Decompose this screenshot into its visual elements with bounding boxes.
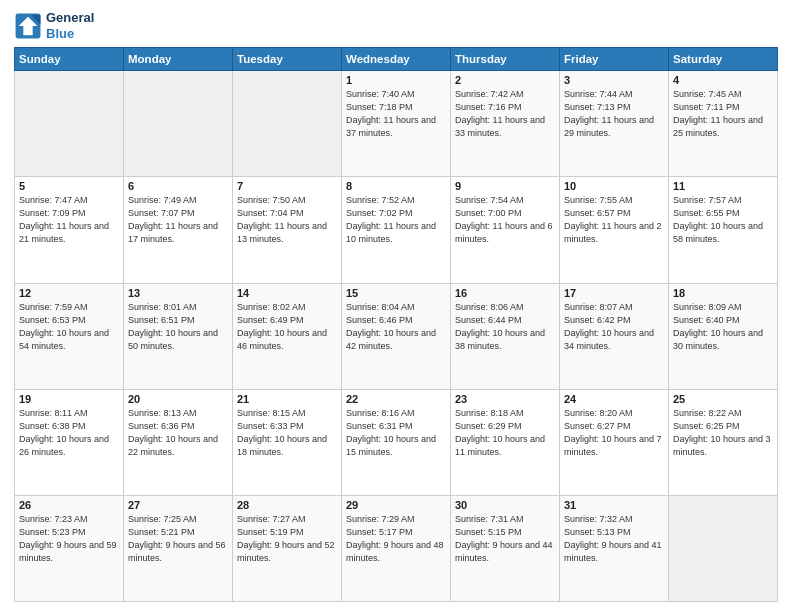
calendar-day-header: Monday	[124, 48, 233, 71]
calendar-day-header: Friday	[560, 48, 669, 71]
calendar-cell: 15Sunrise: 8:04 AM Sunset: 6:46 PM Dayli…	[342, 283, 451, 389]
calendar-cell: 21Sunrise: 8:15 AM Sunset: 6:33 PM Dayli…	[233, 389, 342, 495]
calendar-week-row: 19Sunrise: 8:11 AM Sunset: 6:38 PM Dayli…	[15, 389, 778, 495]
day-number: 3	[564, 74, 664, 86]
day-number: 21	[237, 393, 337, 405]
day-number: 11	[673, 180, 773, 192]
calendar-cell: 16Sunrise: 8:06 AM Sunset: 6:44 PM Dayli…	[451, 283, 560, 389]
calendar-week-row: 1Sunrise: 7:40 AM Sunset: 7:18 PM Daylig…	[15, 71, 778, 177]
calendar-cell	[669, 495, 778, 601]
day-info: Sunrise: 8:09 AM Sunset: 6:40 PM Dayligh…	[673, 301, 773, 353]
day-number: 20	[128, 393, 228, 405]
day-info: Sunrise: 8:07 AM Sunset: 6:42 PM Dayligh…	[564, 301, 664, 353]
logo: General Blue	[14, 10, 94, 41]
day-number: 9	[455, 180, 555, 192]
calendar-cell: 19Sunrise: 8:11 AM Sunset: 6:38 PM Dayli…	[15, 389, 124, 495]
day-number: 25	[673, 393, 773, 405]
calendar-cell: 2Sunrise: 7:42 AM Sunset: 7:16 PM Daylig…	[451, 71, 560, 177]
day-info: Sunrise: 7:32 AM Sunset: 5:13 PM Dayligh…	[564, 513, 664, 565]
day-number: 28	[237, 499, 337, 511]
calendar-week-row: 5Sunrise: 7:47 AM Sunset: 7:09 PM Daylig…	[15, 177, 778, 283]
calendar-cell: 31Sunrise: 7:32 AM Sunset: 5:13 PM Dayli…	[560, 495, 669, 601]
calendar-cell: 24Sunrise: 8:20 AM Sunset: 6:27 PM Dayli…	[560, 389, 669, 495]
header: General Blue	[14, 10, 778, 41]
calendar-cell: 9Sunrise: 7:54 AM Sunset: 7:00 PM Daylig…	[451, 177, 560, 283]
day-number: 30	[455, 499, 555, 511]
calendar-day-header: Tuesday	[233, 48, 342, 71]
day-info: Sunrise: 7:59 AM Sunset: 6:53 PM Dayligh…	[19, 301, 119, 353]
page: General Blue SundayMondayTuesdayWednesda…	[0, 0, 792, 612]
calendar-cell: 4Sunrise: 7:45 AM Sunset: 7:11 PM Daylig…	[669, 71, 778, 177]
day-info: Sunrise: 8:16 AM Sunset: 6:31 PM Dayligh…	[346, 407, 446, 459]
day-info: Sunrise: 7:50 AM Sunset: 7:04 PM Dayligh…	[237, 194, 337, 246]
day-info: Sunrise: 7:25 AM Sunset: 5:21 PM Dayligh…	[128, 513, 228, 565]
day-info: Sunrise: 7:31 AM Sunset: 5:15 PM Dayligh…	[455, 513, 555, 565]
calendar-cell: 13Sunrise: 8:01 AM Sunset: 6:51 PM Dayli…	[124, 283, 233, 389]
day-info: Sunrise: 7:40 AM Sunset: 7:18 PM Dayligh…	[346, 88, 446, 140]
calendar-cell: 5Sunrise: 7:47 AM Sunset: 7:09 PM Daylig…	[15, 177, 124, 283]
calendar-cell: 12Sunrise: 7:59 AM Sunset: 6:53 PM Dayli…	[15, 283, 124, 389]
day-number: 18	[673, 287, 773, 299]
logo-text: General Blue	[46, 10, 94, 41]
day-info: Sunrise: 7:27 AM Sunset: 5:19 PM Dayligh…	[237, 513, 337, 565]
day-info: Sunrise: 8:01 AM Sunset: 6:51 PM Dayligh…	[128, 301, 228, 353]
day-info: Sunrise: 7:23 AM Sunset: 5:23 PM Dayligh…	[19, 513, 119, 565]
day-info: Sunrise: 8:11 AM Sunset: 6:38 PM Dayligh…	[19, 407, 119, 459]
day-number: 12	[19, 287, 119, 299]
calendar-week-row: 12Sunrise: 7:59 AM Sunset: 6:53 PM Dayli…	[15, 283, 778, 389]
calendar-day-header: Thursday	[451, 48, 560, 71]
day-info: Sunrise: 7:44 AM Sunset: 7:13 PM Dayligh…	[564, 88, 664, 140]
day-info: Sunrise: 8:22 AM Sunset: 6:25 PM Dayligh…	[673, 407, 773, 459]
day-number: 17	[564, 287, 664, 299]
calendar-cell: 7Sunrise: 7:50 AM Sunset: 7:04 PM Daylig…	[233, 177, 342, 283]
calendar-cell	[15, 71, 124, 177]
calendar-cell	[233, 71, 342, 177]
calendar-cell: 10Sunrise: 7:55 AM Sunset: 6:57 PM Dayli…	[560, 177, 669, 283]
day-number: 29	[346, 499, 446, 511]
day-number: 16	[455, 287, 555, 299]
calendar-cell: 20Sunrise: 8:13 AM Sunset: 6:36 PM Dayli…	[124, 389, 233, 495]
calendar-week-row: 26Sunrise: 7:23 AM Sunset: 5:23 PM Dayli…	[15, 495, 778, 601]
calendar-cell: 29Sunrise: 7:29 AM Sunset: 5:17 PM Dayli…	[342, 495, 451, 601]
day-number: 24	[564, 393, 664, 405]
calendar-cell: 3Sunrise: 7:44 AM Sunset: 7:13 PM Daylig…	[560, 71, 669, 177]
calendar-cell: 8Sunrise: 7:52 AM Sunset: 7:02 PM Daylig…	[342, 177, 451, 283]
day-info: Sunrise: 7:52 AM Sunset: 7:02 PM Dayligh…	[346, 194, 446, 246]
day-info: Sunrise: 8:20 AM Sunset: 6:27 PM Dayligh…	[564, 407, 664, 459]
calendar-cell: 27Sunrise: 7:25 AM Sunset: 5:21 PM Dayli…	[124, 495, 233, 601]
day-number: 5	[19, 180, 119, 192]
day-number: 8	[346, 180, 446, 192]
day-number: 13	[128, 287, 228, 299]
day-info: Sunrise: 7:54 AM Sunset: 7:00 PM Dayligh…	[455, 194, 555, 246]
calendar-cell: 30Sunrise: 7:31 AM Sunset: 5:15 PM Dayli…	[451, 495, 560, 601]
calendar-cell: 25Sunrise: 8:22 AM Sunset: 6:25 PM Dayli…	[669, 389, 778, 495]
day-number: 15	[346, 287, 446, 299]
calendar-cell: 22Sunrise: 8:16 AM Sunset: 6:31 PM Dayli…	[342, 389, 451, 495]
calendar-day-header: Saturday	[669, 48, 778, 71]
day-number: 6	[128, 180, 228, 192]
logo-icon	[14, 12, 42, 40]
day-info: Sunrise: 7:47 AM Sunset: 7:09 PM Dayligh…	[19, 194, 119, 246]
day-info: Sunrise: 8:04 AM Sunset: 6:46 PM Dayligh…	[346, 301, 446, 353]
day-number: 19	[19, 393, 119, 405]
day-info: Sunrise: 8:02 AM Sunset: 6:49 PM Dayligh…	[237, 301, 337, 353]
calendar-cell: 6Sunrise: 7:49 AM Sunset: 7:07 PM Daylig…	[124, 177, 233, 283]
calendar-day-header: Sunday	[15, 48, 124, 71]
calendar-header-row: SundayMondayTuesdayWednesdayThursdayFrid…	[15, 48, 778, 71]
day-info: Sunrise: 8:06 AM Sunset: 6:44 PM Dayligh…	[455, 301, 555, 353]
day-number: 10	[564, 180, 664, 192]
day-number: 2	[455, 74, 555, 86]
day-info: Sunrise: 8:18 AM Sunset: 6:29 PM Dayligh…	[455, 407, 555, 459]
calendar-day-header: Wednesday	[342, 48, 451, 71]
day-number: 23	[455, 393, 555, 405]
calendar-cell: 1Sunrise: 7:40 AM Sunset: 7:18 PM Daylig…	[342, 71, 451, 177]
day-info: Sunrise: 7:49 AM Sunset: 7:07 PM Dayligh…	[128, 194, 228, 246]
day-number: 27	[128, 499, 228, 511]
calendar-table: SundayMondayTuesdayWednesdayThursdayFrid…	[14, 47, 778, 602]
day-info: Sunrise: 8:15 AM Sunset: 6:33 PM Dayligh…	[237, 407, 337, 459]
day-number: 22	[346, 393, 446, 405]
day-info: Sunrise: 8:13 AM Sunset: 6:36 PM Dayligh…	[128, 407, 228, 459]
day-number: 14	[237, 287, 337, 299]
day-number: 1	[346, 74, 446, 86]
calendar-cell: 18Sunrise: 8:09 AM Sunset: 6:40 PM Dayli…	[669, 283, 778, 389]
